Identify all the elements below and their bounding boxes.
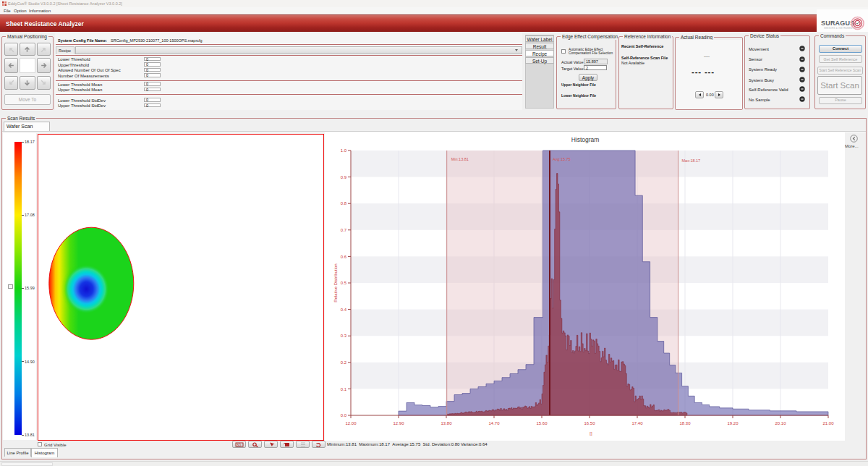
svg-text:0.0: 0.0: [341, 413, 347, 418]
svg-text:0.5: 0.5: [341, 281, 347, 285]
svg-text:0.6: 0.6: [341, 255, 347, 259]
svg-text:12.90: 12.90: [393, 421, 404, 425]
svg-text:0.8: 0.8: [341, 201, 347, 206]
svg-text:0.3: 0.3: [341, 334, 347, 338]
svg-text:1.0: 1.0: [341, 148, 347, 153]
svg-text:18.30: 18.30: [679, 421, 691, 425]
svg-text:Relative Distribution: Relative Distribution: [333, 263, 338, 302]
svg-text:16.50: 16.50: [584, 421, 595, 425]
svg-text:15.60: 15.60: [536, 421, 548, 425]
svg-text:20.10: 20.10: [775, 421, 786, 425]
svg-text:0.2: 0.2: [341, 360, 347, 365]
svg-text:19.20: 19.20: [727, 421, 739, 425]
svg-text:21.00: 21.00: [822, 421, 834, 425]
svg-text:13.80: 13.80: [441, 421, 452, 425]
svg-text:0.4: 0.4: [341, 308, 347, 312]
svg-text:Max:18.17: Max:18.17: [682, 158, 701, 163]
svg-text:0.9: 0.9: [341, 175, 347, 179]
svg-text:Avg:15.75: Avg:15.75: [553, 157, 571, 161]
svg-text:14.70: 14.70: [488, 421, 500, 425]
svg-text:Histogram: Histogram: [571, 136, 600, 143]
svg-text:0.7: 0.7: [341, 228, 347, 232]
svg-text:0.1: 0.1: [341, 387, 347, 391]
svg-text:3D: 3D: [237, 442, 242, 446]
svg-text:Min:13.81: Min:13.81: [451, 157, 469, 161]
svg-text:17.40: 17.40: [631, 421, 643, 425]
svg-text:[]: []: [590, 431, 592, 436]
svg-text:12.00: 12.00: [345, 421, 357, 425]
